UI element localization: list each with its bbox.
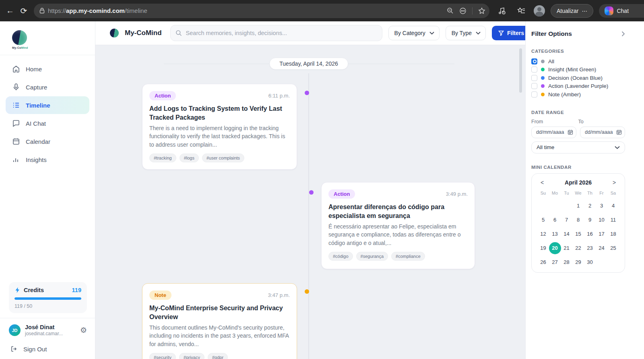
sidebar-item-calendar[interactable]: Calendar [6,133,89,150]
calendar-day[interactable]: 1 [572,200,584,212]
calendar-day[interactable]: 27 [549,256,561,268]
sidebar-item-capture[interactable]: Capture [6,78,89,96]
category-filter-action[interactable]: Action (Lavender Purple) [531,82,625,91]
favorite-star-icon[interactable] [478,7,485,15]
calendar-month-label: April 2026 [565,179,592,186]
sidebar-item-timeline[interactable]: Timeline [6,96,89,114]
calendar-day[interactable]: 14 [561,228,572,240]
card-body: There is a need to implement logging in … [149,124,290,149]
calendar-day[interactable]: 22 [572,242,584,254]
sidebar-item-label: Insights [26,156,47,163]
filters-button[interactable]: Filters [492,26,530,40]
sign-out-button[interactable]: Sign Out [9,345,87,353]
calendar-day[interactable]: 7 [561,214,572,226]
day-name: Tu [561,191,572,198]
card-body: É necessário apresentar ao Felipe, espec… [328,222,468,247]
calendar-day[interactable]: 5 [537,214,549,226]
calendar-picker-icon[interactable] [616,129,622,135]
calendar-day-selected[interactable]: 20 [549,242,561,254]
address-bar[interactable]: https://app.my-comind.com/timeline [34,4,489,18]
calendar-day[interactable]: 21 [561,242,572,254]
header-logo-icon [110,29,119,37]
calendar-day[interactable]: 30 [584,256,596,268]
calendar-day[interactable]: 10 [596,214,607,226]
checkbox[interactable] [531,66,537,73]
calendar-day[interactable]: 19 [537,242,549,254]
calendar-day[interactable]: 3 [596,200,607,212]
checkbox-checked[interactable] [531,58,537,64]
scrollbar-thumb[interactable] [519,48,522,93]
gear-icon[interactable]: ⚙ [80,326,87,335]
calendar-day[interactable]: 18 [607,228,619,240]
update-browser-button[interactable]: Atualizar⋯ [551,4,593,18]
calendar-day[interactable]: 13 [549,228,561,240]
time-range-select[interactable]: All time [531,141,625,154]
calendar-day[interactable]: 9 [584,214,596,226]
calendar-day[interactable]: 8 [572,214,584,226]
category-filter-decision[interactable]: Decision (Ocean Blue) [531,74,625,82]
calendar-day[interactable]: 28 [561,256,572,268]
tag[interactable]: #tracking [149,154,176,162]
calendar-day[interactable]: 23 [584,242,596,254]
tag[interactable]: #privacy [179,353,204,359]
sidebar-item-home[interactable]: Home [6,60,89,78]
calendar-picker-icon[interactable] [568,129,573,135]
zoom-out-icon[interactable] [447,7,454,14]
category-filter-all[interactable]: All [531,57,625,66]
type-select[interactable]: By Type [446,26,486,40]
back-button[interactable]: ← [3,4,17,18]
card-body: This document outlines My-CoMind's secur… [149,324,290,348]
tag[interactable]: #gdpr [208,353,228,359]
calendar-day[interactable]: 16 [584,228,596,240]
calendar-next-button[interactable]: > [611,179,617,186]
more-options-icon[interactable] [459,7,466,15]
calendar-day[interactable]: 26 [537,256,549,268]
tag[interactable]: #security [149,353,176,359]
memory-card-action-1[interactable]: Action 6:11 p.m. Add Logs to Tracking Sy… [142,84,297,170]
timeline: Tuesday, April 14, 2026 Action 6:11 p.m.… [95,45,525,359]
tag[interactable]: #código [328,252,353,261]
calendar-day[interactable]: 2 [584,200,596,212]
calendar-prev-button[interactable]: < [539,179,545,186]
sidebar-item-label: Timeline [26,102,50,109]
tag[interactable]: #user complaints [202,154,244,162]
sidebar-nav: Home Capture Timeline AI Chat Calendar I… [0,55,95,173]
checkbox[interactable] [531,83,537,89]
calendar-day[interactable]: 24 [596,242,607,254]
category-filter-note[interactable]: Note (Amber) [531,90,625,99]
checkbox[interactable] [531,91,537,98]
collapse-panel-chevron-icon[interactable] [621,31,625,37]
refresh-icon: ⟳ [21,6,27,16]
sidebar-item-insights[interactable]: Insights [6,151,89,168]
tag[interactable]: #logs [180,154,199,162]
checkbox[interactable] [531,75,537,81]
calendar-day[interactable]: 11 [607,214,619,226]
card-time: 3:49 p.m. [446,191,468,197]
chevron-down-icon [429,31,434,35]
calendar-day[interactable]: 15 [572,228,584,240]
credits-card: Credits 119 119 / 50 [9,282,87,313]
sidebar-item-ai-chat[interactable]: AI Chat [6,114,89,132]
refresh-button[interactable]: ⟳ [17,4,31,18]
tag[interactable]: #segurança [356,252,388,261]
copilot-chat-button[interactable]: Chat [599,4,644,18]
calendar-day[interactable]: 29 [572,256,584,268]
credits-value: 119 [72,287,81,293]
browser-profile-avatar[interactable] [534,5,545,17]
memory-card-action-2[interactable]: Action 3:49 p.m. Apresentar diferenças d… [321,182,475,269]
category-filter-insight[interactable]: Insight (Mint Green) [531,66,625,74]
calendar-day[interactable]: 25 [607,242,619,254]
user-profile-row[interactable]: JD José Dinat josedinat.camar... ⚙ [9,324,87,336]
calendar-day[interactable]: 4 [607,200,619,212]
collections-button[interactable] [514,4,528,18]
calendar-day[interactable]: 12 [537,228,549,240]
memory-card-note[interactable]: Note 3:47 p.m. My-CoMind Enterprise Secu… [142,283,297,359]
media-playing-button[interactable] [495,4,509,18]
search-input[interactable] [170,25,382,41]
tag[interactable]: #compliance [391,252,425,261]
search-icon [175,30,182,36]
user-name: José Dinat [25,324,63,330]
category-select[interactable]: By Category [388,26,440,40]
calendar-day[interactable]: 17 [596,228,607,240]
calendar-day[interactable]: 6 [549,214,561,226]
